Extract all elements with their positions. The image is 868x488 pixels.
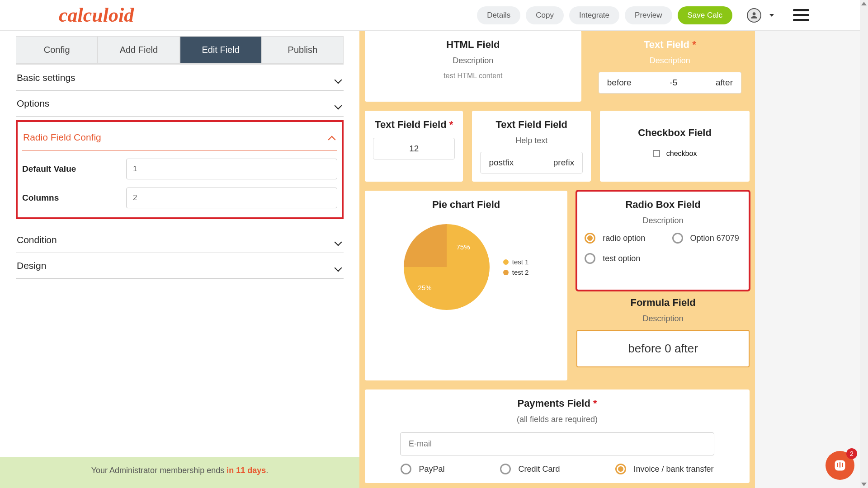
chevron-down-icon <box>335 262 343 269</box>
radio-checked-icon[interactable] <box>585 233 595 244</box>
pay-option-paypal[interactable]: PayPal <box>401 464 444 475</box>
card-desc: Description <box>373 56 573 66</box>
tab-edit-field[interactable]: Edit Field <box>180 36 262 64</box>
radio-option[interactable]: Option 67079 <box>672 233 741 244</box>
suffix-label: after <box>716 78 733 88</box>
input-columns[interactable] <box>126 188 337 208</box>
section-design[interactable]: Design <box>16 253 344 279</box>
preview-button[interactable]: Preview <box>625 6 672 24</box>
footer-days: in 11 days <box>226 466 266 475</box>
card-title: Payments Field * <box>373 398 741 409</box>
value: -5 <box>670 78 677 88</box>
copy-button[interactable]: Copy <box>526 6 564 24</box>
radio-option[interactable]: radio option <box>585 233 654 244</box>
card-radio-box-field[interactable]: Radio Box Field Description radio option… <box>576 191 750 291</box>
card-text-field-field-required[interactable]: Text Field Field * 12 <box>365 111 463 182</box>
section-label: Condition <box>17 235 57 245</box>
card-pie-chart[interactable]: Pie chart Field 25% 75% test 1 <box>365 191 567 380</box>
details-button[interactable]: Details <box>477 6 520 24</box>
radio-unchecked-icon[interactable] <box>401 464 411 474</box>
footer-suffix: . <box>266 466 268 475</box>
card-title: Text Field Field * <box>373 119 455 131</box>
radio-unchecked-icon[interactable] <box>672 233 683 244</box>
card-text-field-top[interactable]: Text Field * Description before -5 after <box>590 31 750 102</box>
radio-option[interactable]: test option <box>585 253 654 264</box>
card-desc: Description <box>599 56 741 66</box>
value-box: postfix prefix <box>480 152 583 174</box>
svg-point-0 <box>753 12 756 15</box>
pie-slice-label: 25% <box>418 284 431 291</box>
section-label: Radio Field Config <box>23 132 101 143</box>
radio-label: test option <box>603 253 640 264</box>
section-radio-config[interactable]: Radio Field Config <box>22 125 337 150</box>
app-header: calculoid Details Copy Integrate Preview… <box>0 0 868 31</box>
chevron-down-icon <box>335 74 343 81</box>
header-actions: Details Copy Integrate Preview Save Calc <box>477 6 809 24</box>
legend-item: test 1 <box>503 258 529 266</box>
card-title: Formula Field <box>576 297 750 309</box>
radio-unchecked-icon[interactable] <box>500 464 511 474</box>
integrate-button[interactable]: Integrate <box>569 6 619 24</box>
legend-item: test 2 <box>503 268 529 276</box>
card-desc: Description <box>576 314 750 324</box>
checkbox-label: checkbox <box>666 150 697 158</box>
pay-option-credit[interactable]: Credit Card <box>500 464 560 475</box>
input-default-value[interactable] <box>126 159 337 179</box>
card-payments-field[interactable]: Payments Field * (all fields are require… <box>365 389 750 483</box>
prefix-label: prefix <box>553 158 574 168</box>
save-calc-button[interactable]: Save Calc <box>678 6 732 24</box>
checkbox-icon[interactable] <box>653 150 660 157</box>
tab-publish[interactable]: Publish <box>262 36 344 64</box>
card-formula-field[interactable]: Formula Field Description before 0 after <box>576 293 750 380</box>
card-title: Text Field * <box>599 39 741 51</box>
scroll-up-icon[interactable] <box>861 2 867 5</box>
scroll-down-icon[interactable] <box>861 483 867 486</box>
formula-output: before 0 after <box>576 330 750 367</box>
preview-area: HTML Field Description test HTML content… <box>359 31 868 488</box>
legend-dot-icon <box>503 259 509 265</box>
card-help: Help text <box>480 136 583 145</box>
tab-add-field[interactable]: Add Field <box>98 36 179 64</box>
section-label: Design <box>17 260 46 271</box>
row-columns: Columns <box>22 188 337 208</box>
value: 12 <box>409 144 419 154</box>
card-title: Checkbox Field <box>608 127 741 139</box>
legend-dot-icon <box>503 270 509 275</box>
email-input[interactable] <box>400 432 714 455</box>
card-checkbox-field[interactable]: Checkbox Field checkbox <box>600 111 750 182</box>
chevron-up-icon <box>329 134 336 141</box>
card-title: Text Field Field <box>480 119 583 131</box>
chevron-down-icon <box>335 236 343 244</box>
section-options[interactable]: Options <box>16 91 344 117</box>
section-label: Basic settings <box>17 72 75 83</box>
card-text-field-help[interactable]: Text Field Field Help text postfix prefi… <box>472 111 591 182</box>
user-avatar[interactable] <box>747 8 761 23</box>
checkbox-row[interactable]: checkbox <box>608 150 741 158</box>
radio-unchecked-icon[interactable] <box>585 253 595 264</box>
radio-checked-icon[interactable] <box>615 464 626 474</box>
user-menu-caret[interactable] <box>769 14 774 17</box>
menu-icon[interactable] <box>793 9 809 21</box>
label-columns: Columns <box>22 193 117 203</box>
logo[interactable]: calculoid <box>59 4 134 27</box>
label-default-value: Default Value <box>22 164 117 174</box>
card-html-field[interactable]: HTML Field Description test HTML content <box>365 31 581 102</box>
pie-chart: 25% 75% <box>404 224 490 310</box>
membership-footer: Your Administrator membership ends in 11… <box>0 457 359 488</box>
card-title: Radio Box Field <box>585 199 741 211</box>
card-desc: Description <box>585 216 741 225</box>
pay-option-invoice[interactable]: Invoice / bank transfer <box>615 464 713 475</box>
intercom-launcher[interactable]: 2 <box>826 451 854 480</box>
tab-config[interactable]: Config <box>16 36 98 64</box>
footer-prefix: Your Administrator membership ends <box>91 466 226 475</box>
value-box: before -5 after <box>599 72 741 94</box>
section-condition[interactable]: Condition <box>16 227 344 253</box>
pie-slice-label: 75% <box>456 244 470 251</box>
value-box[interactable]: 12 <box>373 138 455 160</box>
row-default-value: Default Value <box>22 159 337 179</box>
svg-rect-4 <box>842 463 843 467</box>
scrollbar[interactable] <box>860 0 868 488</box>
svg-rect-2 <box>837 463 838 467</box>
section-basic-settings[interactable]: Basic settings <box>16 65 344 91</box>
left-panel: Config Add Field Edit Field Publish Basi… <box>0 31 359 488</box>
